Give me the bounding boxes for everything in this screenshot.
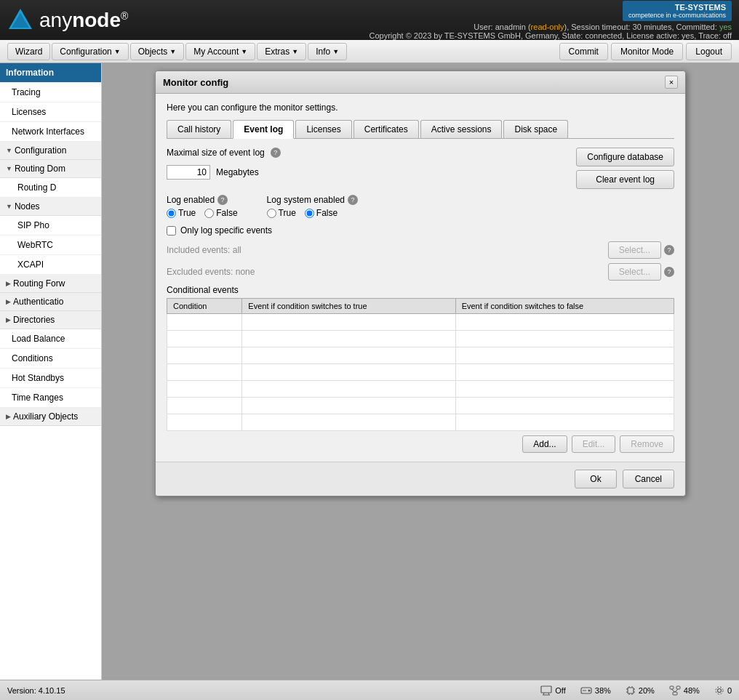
excluded-events-actions: Select... ? (608, 263, 674, 281)
nav-right: Commit Monitor Mode Logout (559, 43, 732, 60)
cond-table-empty-row-6 (167, 398, 674, 414)
sidebar-item-routing-d[interactable]: Routing D (0, 178, 101, 198)
extras-nav-btn[interactable]: Extras ▼ (257, 43, 306, 60)
sidebar-item-xcapi[interactable]: XCAPI (0, 255, 101, 275)
max-size-input-row: Megabytes (167, 165, 281, 180)
log-system-enabled-help-icon[interactable]: ? (348, 195, 358, 205)
log-enabled-false-radio[interactable] (204, 209, 214, 218)
objects-nav-btn[interactable]: Objects ▼ (130, 43, 185, 60)
sidebar-item-information[interactable]: Information (0, 63, 101, 83)
commit-btn[interactable]: Commit (559, 43, 608, 60)
edit-btn[interactable]: Edit... (572, 435, 616, 453)
sidebar-item-time-ranges[interactable]: Time Ranges (0, 388, 101, 408)
nav-left: Wizard Configuration ▼ Objects ▼ My Acco… (7, 43, 347, 60)
nav-bar: Wizard Configuration ▼ Objects ▼ My Acco… (0, 40, 739, 63)
settings-icon (714, 685, 724, 696)
hdd-status: 38% (595, 686, 611, 695)
monitor-icon (540, 685, 552, 696)
excluded-events-select-btn[interactable]: Select... (608, 263, 661, 281)
event-log-content: Maximal size of event log ? Megabytes Co… (167, 148, 674, 453)
sidebar-item-tracing[interactable]: Tracing (0, 83, 101, 102)
cond-table-head: Condition Event if condition switches to… (167, 299, 674, 314)
cond-table-empty-row-3 (167, 347, 674, 364)
sidebar-item-hot-standby[interactable]: Hot Standbys (0, 369, 101, 388)
monitor-status: Off (555, 686, 565, 695)
tab-licenses[interactable]: Licenses (295, 120, 351, 138)
sidebar-item-webrtc[interactable]: WebRTC (0, 236, 101, 255)
log-enabled-help-icon[interactable]: ? (217, 195, 228, 205)
log-enabled-true-option[interactable]: True (167, 208, 196, 218)
dialog-description: Here you can configure the monitor setti… (167, 102, 674, 113)
log-enabled-true-radio[interactable] (167, 209, 176, 218)
included-events-row: Included events: all Select... ? (167, 241, 674, 259)
dialog-close-btn[interactable]: × (665, 76, 678, 89)
max-size-label: Maximal size of event log (167, 148, 265, 158)
conditional-events-label: Conditional events (167, 285, 674, 295)
add-btn[interactable]: Add... (522, 435, 567, 453)
status-bar: Version: 4.10.15 Off 38% (0, 680, 739, 700)
sidebar-item-sip-pho[interactable]: SIP Pho (0, 216, 101, 236)
logout-btn[interactable]: Logout (686, 43, 732, 60)
sidebar-item-network-interfaces[interactable]: Network Interfaces (0, 122, 101, 142)
modal-overlay: Monitor config × Here you can configure … (102, 63, 739, 680)
sidebar-item-licenses[interactable]: Licenses (0, 102, 101, 122)
wizard-nav-btn[interactable]: Wizard (7, 43, 50, 60)
only-log-specific-checkbox[interactable] (167, 226, 176, 236)
cancel-btn[interactable]: Cancel (623, 470, 674, 488)
sidebar-toggle-auxiliary[interactable]: ▶ Auxiliary Objects (0, 408, 101, 426)
my-account-nav-btn[interactable]: My Account ▼ (185, 43, 255, 60)
included-events-help-icon[interactable]: ? (664, 245, 674, 255)
monitor-mode-btn[interactable]: Monitor Mode (611, 43, 683, 60)
cond-table-empty-row-5 (167, 381, 674, 398)
monitor-config-dialog: Monitor config × Here you can configure … (155, 71, 686, 496)
tab-disk-space[interactable]: Disk space (503, 120, 568, 138)
tab-certificates[interactable]: Certificates (353, 120, 419, 138)
included-events-select-btn[interactable]: Select... (608, 241, 661, 259)
log-system-enabled-col: Log system enabled ? True (267, 195, 358, 218)
max-size-help-icon[interactable]: ? (271, 148, 281, 158)
log-system-true-option[interactable]: True (267, 208, 296, 218)
excluded-events-label: Excluded events: none (167, 267, 608, 277)
sidebar-item-conditions[interactable]: Conditions (0, 349, 101, 369)
remove-btn[interactable]: Remove (620, 435, 674, 453)
status-network: 48% (669, 685, 700, 696)
anynode-logo-icon (7, 7, 33, 33)
cond-table-empty-row-2 (167, 331, 674, 347)
svg-rect-19 (676, 686, 680, 689)
tab-call-history[interactable]: Call history (167, 120, 231, 138)
sidebar-toggle-routing-dom[interactable]: ▼ Routing Dom (0, 160, 101, 178)
info-nav-btn[interactable]: Info ▼ (308, 43, 347, 60)
table-action-row: Add... Edit... Remove (167, 435, 674, 453)
configure-database-btn[interactable]: Configure database (576, 148, 674, 166)
sidebar-toggle-routing-forw[interactable]: ▶ Routing Forw (0, 275, 101, 293)
sidebar-toggle-directories[interactable]: ▶ Directories (0, 311, 101, 329)
sidebar-toggle-authentication[interactable]: ▶ Authenticatio (0, 293, 101, 311)
log-system-false-radio[interactable] (305, 209, 314, 218)
log-system-true-radio[interactable] (267, 209, 276, 218)
content-area: Monitor config × Here you can configure … (102, 63, 739, 680)
max-size-row: Maximal size of event log ? (167, 148, 281, 158)
max-size-input[interactable] (167, 165, 210, 180)
version-label: Version: 4.10.15 (7, 686, 65, 695)
max-size-section: Maximal size of event log ? Megabytes (167, 148, 281, 187)
svg-line-21 (671, 689, 675, 692)
top-header: anynode® TE-SYSTEMS competence in e-comm… (0, 0, 739, 40)
clear-event-log-btn[interactable]: Clear event log (576, 170, 674, 189)
tab-active-sessions[interactable]: Active sessions (420, 120, 503, 138)
log-settings: Log enabled ? True (167, 195, 674, 218)
excluded-events-help-icon[interactable]: ? (664, 267, 674, 277)
sidebar-item-load-balancer[interactable]: Load Balance (0, 329, 101, 349)
condition-col-header: Condition (167, 299, 242, 314)
sidebar-toggle-configuration[interactable]: ▼ Configuration (0, 142, 101, 160)
log-enabled-false-option[interactable]: False (204, 208, 237, 218)
cond-table-body (167, 314, 674, 431)
ok-btn[interactable]: Ok (575, 470, 616, 488)
tab-event-log[interactable]: Event log (233, 120, 294, 139)
logo-text: anynode® (39, 9, 128, 32)
configuration-nav-btn[interactable]: Configuration ▼ (52, 43, 128, 60)
log-system-false-option[interactable]: False (305, 208, 337, 218)
svg-point-23 (717, 688, 721, 692)
cpu-status: 20% (639, 686, 655, 695)
sidebar-toggle-nodes[interactable]: ▼ Nodes (0, 198, 101, 216)
cond-table-header-row: Condition Event if condition switches to… (167, 299, 674, 314)
